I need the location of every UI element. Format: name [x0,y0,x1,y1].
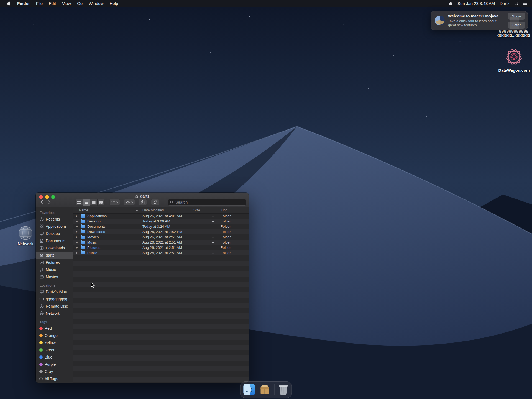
group-by-button[interactable] [109,199,120,206]
list-menu-icon[interactable] [523,2,528,5]
file-kind: Folder [221,229,231,234]
forward-button[interactable] [46,199,53,205]
file-row-music[interactable]: ▶ Music Aug 26, 2021 at 2:51 AM -- Folde… [73,240,249,245]
column-header-kind[interactable]: Kind [221,207,227,213]
column-separator [139,208,139,213]
sidebar-tag-yellow[interactable]: Yellow [36,339,73,346]
menu-finder[interactable]: Finder [14,0,33,7]
eject-icon[interactable] [449,2,453,5]
file-date: Aug 26, 2021 at 2:51 AM [142,250,182,255]
finder-dock-icon[interactable] [243,383,255,396]
sidebar-section-locations: Locations [36,283,73,288]
column-header-date-modified[interactable]: Date Modified [142,207,164,213]
trash-dock-icon[interactable] [278,383,289,396]
sidebar: Favorites Recents Applications Desktop D… [36,207,73,383]
home-icon [39,253,44,257]
mouse-cursor [91,282,95,288]
file-row-desktop[interactable]: ▶ Desktop Today at 3:09 AM -- Folder [73,219,249,224]
column-separator [218,208,218,213]
view-mode-segmented-control [75,199,105,206]
disclosure-triangle-icon[interactable]: ▶ [76,250,78,255]
network-desktop-icon[interactable]: Network [12,226,39,246]
sidebar-item-dartzs-imac[interactable]: Dartz's iMac [36,288,73,295]
apple-menu[interactable] [4,0,14,7]
list-view-icon[interactable] [83,199,90,206]
menu-file[interactable]: File [33,0,46,7]
icon-view-icon[interactable] [75,199,83,206]
sidebar-tag-orange[interactable]: Orange [36,332,73,339]
menu-user[interactable]: Dartz [500,1,510,6]
action-gear-button[interactable] [124,199,135,206]
sidebar-item-network[interactable]: Network [36,310,73,317]
menu-help[interactable]: Help [107,0,121,7]
file-row-downloads[interactable]: ▶ Downloads Aug 26, 2021 at 7:52 PM -- F… [73,229,249,234]
file-row-applications[interactable]: ▶ Applications Aug 26, 2021 at 4:01 AM -… [73,213,249,219]
sidebar-item-downloads[interactable]: Downloads [36,244,73,252]
file-list-area[interactable]: Name Date Modified Size Kind ▶ Applicati… [73,207,249,383]
disclosure-triangle-icon[interactable]: ▶ [76,245,78,250]
gallery-view-icon[interactable] [98,199,105,206]
sidebar-label: Green [45,348,55,352]
notification-buttons: Show Later [508,13,525,29]
disclosure-triangle-icon[interactable]: ▶ [76,240,78,245]
disclosure-triangle-icon[interactable]: ▶ [76,213,78,219]
sidebar-tag-gray[interactable]: Gray [36,368,73,375]
disclosure-triangle-icon[interactable]: ▶ [76,234,78,240]
sidebar-tag-blue[interactable]: Blue [36,354,73,361]
g-file-label-line2[interactable]: gggggg...gggggg [483,33,532,37]
menu-view[interactable]: View [59,0,74,7]
file-row-pictures[interactable]: ▶ Pictures Aug 26, 2021 at 2:51 AM -- Fo… [73,245,249,250]
notification-later-button[interactable]: Later [508,22,525,29]
sidebar-item-g-disk[interactable]: gggggggggg... [36,295,73,303]
sidebar-tag-green[interactable]: Green [36,346,73,354]
orange-tag-icon [39,334,43,337]
file-row-movies[interactable]: ▶ Movies Aug 26, 2021 at 2:51 AM -- Fold… [73,234,249,240]
folder-icon [81,225,85,228]
datawagon-desktop-icon[interactable]: DataWagon.com [492,47,532,73]
sidebar-item-applications[interactable]: Applications [36,223,73,230]
file-size: -- [202,229,214,234]
sidebar-item-pictures[interactable]: Pictures [36,259,73,266]
disclosure-triangle-icon[interactable]: ▶ [76,224,78,229]
sidebar-item-remote-disc[interactable]: Remote Disc [36,303,73,310]
sidebar-item-recents[interactable]: Recents [36,216,73,223]
recents-icon [39,217,44,221]
sidebar-tag-all-tags[interactable]: All Tags... [36,375,73,382]
menu-clock[interactable]: Sun Jan 23 3:43 AM [457,1,495,6]
menu-window[interactable]: Window [86,0,106,7]
sidebar-item-documents[interactable]: Documents [36,237,73,244]
notification-show-button[interactable]: Show [508,13,525,20]
column-header-size[interactable]: Size [193,207,200,213]
sidebar-item-dartz[interactable]: dartz [36,252,73,259]
window-titlebar[interactable]: dartz [36,193,249,207]
installer-box-dock-icon[interactable] [259,383,271,396]
share-button[interactable] [139,199,147,206]
column-view-icon[interactable] [90,199,98,206]
spotlight-search-icon[interactable] [514,1,518,6]
movies-icon [39,275,44,279]
menu-edit[interactable]: Edit [46,0,59,7]
file-row-public[interactable]: ▶ Public Aug 26, 2021 at 2:51 AM -- Fold… [73,250,249,255]
search-field[interactable] [168,199,246,206]
back-button[interactable] [39,199,45,205]
notification-banner[interactable]: Welcome to macOS Mojave Take a quick tou… [431,11,528,30]
sidebar-item-music[interactable]: Music [36,266,73,273]
sidebar-tag-red[interactable]: Red [36,325,73,332]
sidebar-item-movies[interactable]: Movies [36,273,73,280]
file-size: -- [202,219,214,224]
search-input[interactable] [175,200,244,205]
menu-go[interactable]: Go [74,0,86,7]
sidebar-item-desktop[interactable]: Desktop [36,230,73,237]
file-kind: Folder [221,219,231,224]
disclosure-triangle-icon[interactable]: ▶ [76,229,78,234]
window-body: Favorites Recents Applications Desktop D… [36,207,249,383]
window-title-text: dartz [140,194,149,198]
blue-tag-icon [39,355,43,359]
file-kind: Folder [221,213,231,219]
tags-button[interactable] [151,199,159,206]
sidebar-tag-purple[interactable]: Purple [36,361,73,368]
column-header-name[interactable]: Name [79,207,88,213]
disclosure-triangle-icon[interactable]: ▶ [76,219,78,224]
folder-icon [81,246,85,249]
file-row-documents[interactable]: ▶ Documents Today at 3:24 AM -- Folder [73,224,249,229]
